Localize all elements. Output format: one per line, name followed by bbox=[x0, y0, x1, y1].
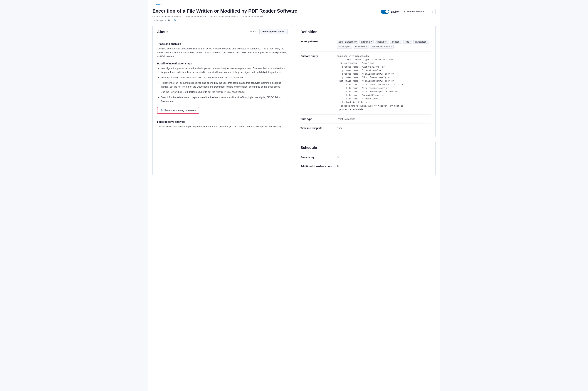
more-options-button[interactable]: ⋮ bbox=[429, 9, 436, 14]
enable-toggle[interactable] bbox=[381, 10, 389, 14]
triage-heading: Triage and analysis bbox=[157, 42, 288, 45]
last-response-dash: — bbox=[171, 19, 173, 21]
back-arrow-icon: ← bbox=[152, 3, 155, 6]
schedule-card: Schedule Runs every 5m Additional look-b… bbox=[296, 141, 436, 175]
tab-details[interactable]: Details bbox=[246, 29, 259, 34]
rule-type-row: Rule type Event Correlation bbox=[300, 115, 431, 124]
search-running-processes-button[interactable]: ⚙ Search for running processes bbox=[157, 107, 199, 114]
triage-text: This rule searches for executable files … bbox=[157, 47, 288, 58]
index-patterns-label: Index patterns bbox=[300, 40, 334, 49]
custom-query-row: Custom query sequence with maxspan=2h [f… bbox=[300, 52, 431, 115]
list-item: Investigate other alerts associated with… bbox=[161, 76, 288, 80]
false-positive-heading: False positive analysis bbox=[157, 120, 288, 123]
rule-type-label: Rule type bbox=[300, 117, 334, 120]
status-dot-icon bbox=[168, 19, 170, 21]
meta-created-updated: Created by: docsuser on Oct 11, 2022 @ 2… bbox=[152, 15, 436, 18]
about-card: About Details Investigation guide Triage… bbox=[152, 25, 292, 175]
created-by-text: Created by: docsuser on Oct 11, 2022 @ 2… bbox=[152, 15, 207, 18]
timeline-template-label: Timeline template bbox=[300, 127, 334, 130]
custom-query-label: Custom query bbox=[300, 55, 334, 111]
list-item: Retrieve the PDF documents received and … bbox=[161, 81, 288, 89]
lookback-label: Additional look-back time bbox=[300, 165, 334, 168]
gear-icon: ⚙ bbox=[160, 109, 163, 112]
lookback-value: 1m bbox=[337, 165, 431, 168]
tag: traces-apm* bbox=[337, 45, 352, 49]
list-item: Investigate the process execution chain … bbox=[161, 67, 288, 74]
lookback-row: Additional look-back time 1m bbox=[300, 162, 431, 171]
rule-type-value: Event Correlation bbox=[337, 117, 431, 120]
updated-by-text: Updated by: docsuser on Oct 11, 2022 @ 2… bbox=[209, 15, 263, 18]
schedule-title: Schedule bbox=[300, 146, 431, 150]
tag: auditbeat-* bbox=[360, 40, 373, 44]
timeline-template-value: None bbox=[337, 127, 431, 130]
refresh-icon[interactable]: ↻ bbox=[174, 19, 176, 21]
custom-query-value: sequence with maxspan=2h [file where eve… bbox=[337, 55, 431, 111]
tag: winlogbeat-* bbox=[353, 45, 369, 49]
investigation-bullets: Investigate the process execution chain … bbox=[157, 67, 288, 103]
definition-title: Definition bbox=[300, 30, 431, 34]
page-title: Execution of a File Written or Modified … bbox=[152, 8, 297, 14]
runs-every-row: Runs every 5m bbox=[300, 153, 431, 162]
breadcrumb: ← Rules bbox=[152, 3, 436, 6]
index-patterns-value: apm-*-transaction* auditbeat-* endgame-*… bbox=[337, 40, 431, 49]
index-patterns-row: Index patterns apm-*-transaction* auditb… bbox=[300, 37, 431, 52]
more-icon: ⋮ bbox=[431, 10, 434, 13]
timeline-template-row: Timeline template None bbox=[300, 124, 431, 133]
edit-rule-settings-button[interactable]: ⚙ Edit rule settings bbox=[401, 9, 427, 14]
investigation-heading: Possible investigation steps bbox=[157, 62, 288, 65]
tag: packetbeat-* bbox=[413, 40, 429, 44]
rules-breadcrumb-link[interactable]: Rules bbox=[156, 3, 162, 6]
tag: -*elastic-cloud-logs-* bbox=[370, 45, 394, 49]
edit-rule-settings-label: Edit rule settings bbox=[407, 10, 425, 13]
tag: apm-*-transaction* bbox=[337, 40, 358, 44]
custom-query-code: sequence with maxspan=2h [file where eve… bbox=[337, 55, 431, 111]
last-response-row: Last response: — ↻ bbox=[152, 19, 436, 21]
list-item: Use the PowerShell Get-FileHash cmdlet t… bbox=[161, 90, 288, 94]
enable-label: Enable bbox=[391, 10, 399, 13]
list-item: Search for the existence and reputation … bbox=[161, 96, 288, 103]
tag: filebeat-* bbox=[390, 40, 402, 44]
runs-every-value: 5m bbox=[337, 156, 431, 159]
definition-card: Definition Index patterns apm-*-transact… bbox=[296, 25, 436, 137]
last-response-label: Last response: bbox=[152, 19, 167, 21]
enable-toggle-container: Enable bbox=[381, 10, 399, 14]
tags-container: apm-*-transaction* auditbeat-* endgame-*… bbox=[337, 40, 431, 49]
header-actions: Enable ⚙ Edit rule settings ⋮ bbox=[381, 9, 436, 14]
search-btn-label: Search for running processes bbox=[164, 109, 196, 112]
false-positive-text: This activity is unlikely to happen legi… bbox=[157, 125, 288, 129]
tag: endgame-* bbox=[375, 40, 389, 44]
settings-icon: ⚙ bbox=[403, 10, 406, 13]
runs-every-label: Runs every bbox=[300, 156, 334, 159]
tab-investigation-guide[interactable]: Investigation guide bbox=[259, 29, 288, 34]
tag: logs-* bbox=[403, 40, 412, 44]
tabs-row: Details Investigation guide bbox=[246, 29, 288, 34]
